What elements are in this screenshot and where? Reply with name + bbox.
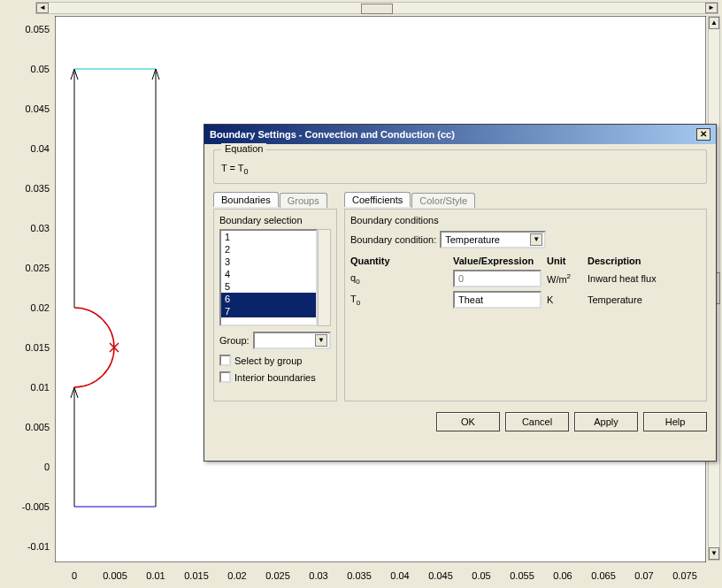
y-tick-label: 0.055	[25, 24, 50, 34]
header-unit: Unit	[547, 256, 582, 266]
interior-boundaries-checkbox[interactable]	[219, 371, 231, 383]
equation-label: Equation	[221, 143, 266, 154]
plot-container: ◄ ► ▲ ▼ 0.055 0.05 0.045 0.04 0.035 0.03…	[0, 0, 722, 588]
x-tick-label: 0.07	[634, 570, 653, 581]
tab-boundaries[interactable]: Boundaries	[213, 192, 279, 207]
group-select[interactable]: ▼	[253, 332, 331, 349]
x-tick-label: 0.035	[347, 570, 372, 581]
y-tick-label: 0.035	[25, 183, 50, 194]
list-item[interactable]: 6	[221, 293, 316, 305]
equation-groupbox: Equation T = T0	[213, 149, 707, 184]
x-tick-label: 0.03	[309, 570, 327, 581]
x-tick-label: 0.05	[472, 570, 490, 581]
select-by-group-checkbox[interactable]	[219, 355, 231, 366]
y-tick-label: -0.01	[27, 541, 50, 552]
help-button[interactable]: Help	[643, 412, 707, 431]
y-axis-ticks: 0.055 0.05 0.045 0.04 0.035 0.03 0.025 0…	[0, 16, 53, 562]
chevron-down-icon: ▼	[530, 233, 542, 246]
x-tick-label: 0.01	[146, 570, 165, 581]
y-tick-label: 0.025	[25, 263, 50, 273]
y-tick-label: 0.005	[25, 422, 50, 432]
boundary-settings-dialog: Boundary Settings - Convection and Condu…	[204, 124, 717, 462]
close-icon[interactable]: ✕	[696, 128, 710, 141]
ok-button[interactable]: OK	[436, 412, 500, 431]
group-label: Group:	[219, 335, 250, 346]
dialog-titlebar[interactable]: Boundary Settings - Convection and Condu…	[204, 125, 716, 144]
header-description: Description	[588, 256, 701, 266]
scroll-up-button[interactable]: ▲	[709, 17, 719, 29]
boundary-conditions-panel: Boundary conditions Boundary condition: …	[344, 209, 707, 401]
boundary-condition-label: Boundary condition:	[350, 234, 436, 245]
chevron-down-icon: ▼	[315, 334, 327, 347]
x-tick-label: 0.065	[591, 570, 616, 581]
dialog-body: Equation T = T0 Boundaries Groups Bounda…	[204, 144, 716, 407]
scroll-down-button[interactable]: ▼	[709, 547, 719, 560]
x-tick-label: 0.075	[672, 570, 697, 581]
boundary-listbox[interactable]: 1 2 3 4 5 6 7	[219, 229, 318, 326]
row-t0-value-input[interactable]: Theat	[453, 291, 542, 309]
right-column: Coefficients Color/Style Boundary condit…	[344, 189, 707, 401]
boundary-conditions-grid: Quantity Value/Expression Unit Descripti…	[350, 256, 701, 309]
row-t0-quantity: T0	[350, 294, 448, 307]
x-tick-label: 0.005	[103, 570, 127, 581]
x-tick-label: 0	[72, 570, 77, 581]
list-item[interactable]: 2	[221, 243, 316, 256]
equation-text: T = T0	[221, 163, 699, 176]
list-item[interactable]: 1	[221, 231, 316, 243]
header-quantity: Quantity	[350, 256, 448, 266]
scroll-thumb-horizontal[interactable]	[361, 4, 393, 14]
listbox-scrollbar[interactable]	[318, 229, 331, 326]
x-axis-ticks: 0 0.005 0.01 0.015 0.02 0.025 0.03 0.035…	[55, 565, 706, 588]
tab-groups[interactable]: Groups	[280, 193, 327, 208]
row-q0-description: Inward heat flux	[588, 273, 701, 284]
select-by-group-label: Select by group	[234, 355, 302, 366]
y-tick-label: 0.03	[31, 223, 50, 233]
tab-coefficients[interactable]: Coefficients	[344, 192, 411, 207]
list-item[interactable]: 4	[221, 268, 316, 280]
apply-button[interactable]: Apply	[574, 412, 638, 431]
scroll-left-button[interactable]: ◄	[36, 3, 49, 13]
x-tick-label: 0.055	[510, 570, 534, 581]
boundary-selection-label: Boundary selection	[219, 215, 331, 225]
interior-boundaries-label: Interior boundaries	[234, 372, 316, 383]
left-tabstrip: Boundaries Groups	[213, 189, 337, 207]
row-q0-quantity: q0	[350, 272, 448, 286]
y-tick-label: 0	[44, 462, 50, 472]
x-tick-label: 0.06	[553, 570, 572, 581]
y-tick-label: 0.02	[31, 302, 50, 313]
dialog-button-row: OK Cancel Apply Help	[204, 407, 716, 437]
scroll-right-button[interactable]: ►	[705, 3, 718, 13]
tab-colorstyle[interactable]: Color/Style	[411, 193, 475, 208]
row-q0-unit: W/m2	[547, 272, 582, 285]
x-tick-label: 0.04	[390, 570, 409, 581]
row-q0-value-input: 0	[453, 270, 542, 287]
y-tick-label: 0.01	[31, 382, 50, 393]
dialog-title: Boundary Settings - Convection and Condu…	[210, 129, 455, 140]
y-tick-label: 0.015	[25, 342, 50, 353]
row-t0-description: Temperature	[588, 294, 701, 305]
right-tabstrip: Coefficients Color/Style	[344, 189, 707, 207]
y-tick-label: 0.04	[31, 143, 50, 154]
list-item[interactable]: 3	[221, 256, 316, 268]
x-tick-label: 0.015	[184, 570, 209, 581]
x-tick-label: 0.02	[227, 570, 246, 581]
horizontal-scrollbar[interactable]: ◄ ►	[35, 2, 718, 14]
y-tick-label: -0.005	[22, 501, 50, 512]
list-item[interactable]: 5	[221, 280, 316, 293]
header-value: Value/Expression	[453, 256, 542, 266]
row-t0-unit: K	[547, 294, 582, 305]
x-tick-label: 0.045	[428, 570, 453, 581]
x-tick-label: 0.025	[265, 570, 290, 581]
cancel-button[interactable]: Cancel	[505, 412, 569, 431]
boundary-condition-value: Temperature	[445, 234, 500, 245]
y-tick-label: 0.05	[31, 64, 50, 74]
boundary-selection-panel: Boundary selection 1 2 3 4 5 6 7	[213, 209, 337, 401]
boundary-condition-select[interactable]: Temperature ▼	[440, 231, 546, 248]
left-column: Boundaries Groups Boundary selection 1 2…	[213, 189, 337, 401]
y-tick-label: 0.045	[25, 103, 50, 114]
list-item[interactable]: 7	[221, 305, 316, 317]
boundary-conditions-label: Boundary conditions	[350, 215, 701, 225]
